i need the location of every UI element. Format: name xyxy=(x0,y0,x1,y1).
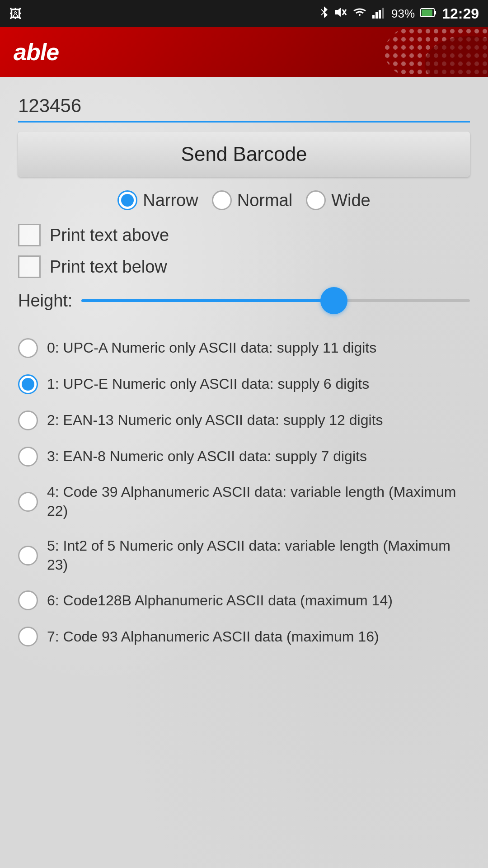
clock: 12:29 xyxy=(442,5,479,22)
radio-normal-circle xyxy=(212,190,232,210)
status-bar-right: 93% 12:29 xyxy=(319,5,479,22)
svg-rect-9 xyxy=(434,11,436,14)
radio-type-7-circle xyxy=(18,627,38,646)
checkbox-below-box xyxy=(18,255,41,278)
radio-type-2-circle xyxy=(18,410,38,430)
barcode-type-0-label: 0: UPC-A Numeric only ASCII data: supply… xyxy=(47,339,376,358)
send-barcode-button[interactable]: Send Barcode xyxy=(18,132,470,177)
height-row: Height: xyxy=(18,287,470,314)
app-logo: able xyxy=(14,38,59,66)
barcode-type-2-label: 2: EAN-13 Numeric only ASCII data: suppl… xyxy=(47,411,383,430)
radio-narrow-circle xyxy=(117,190,137,210)
barcode-type-item-2[interactable]: 2: EAN-13 Numeric only ASCII data: suppl… xyxy=(18,402,470,439)
barcode-type-7-label: 7: Code 93 Alphanumeric ASCII data (maxi… xyxy=(47,627,379,646)
status-bar: 🖼 xyxy=(0,0,488,27)
barcode-type-6-label: 6: Code128B Alphanumeric ASCII data (max… xyxy=(47,591,393,610)
barcode-type-4-label: 4: Code 39 Alphanumeric ASCII data: vari… xyxy=(47,483,470,520)
barcode-type-5-label: 5: Int2 of 5 Numeric only ASCII data: va… xyxy=(47,537,470,574)
barcode-type-item-0[interactable]: 0: UPC-A Numeric only ASCII data: supply… xyxy=(18,330,470,366)
radio-normal-label: Normal xyxy=(237,191,292,210)
radio-wide-label: Wide xyxy=(331,191,371,210)
radio-type-0-circle xyxy=(18,338,38,358)
radio-type-3-circle xyxy=(18,447,38,467)
barcode-type-item-1[interactable]: 1: UPC-E Numeric only ASCII data: supply… xyxy=(18,366,470,402)
main-content: 123456 Send Barcode Narrow Normal Wide P… xyxy=(0,77,488,668)
height-slider-thumb[interactable] xyxy=(320,287,347,314)
radio-narrow-label: Narrow xyxy=(143,191,198,210)
mute-icon xyxy=(334,6,347,22)
barcode-type-item-5[interactable]: 5: Int2 of 5 Numeric only ASCII data: va… xyxy=(18,528,470,582)
radio-wide-circle xyxy=(306,190,326,210)
bluetooth-icon xyxy=(319,5,329,22)
radio-option-wide[interactable]: Wide xyxy=(306,190,371,210)
svg-marker-0 xyxy=(335,8,341,17)
svg-rect-6 xyxy=(382,8,384,19)
radio-narrow-fill xyxy=(121,194,134,207)
barcode-input-container: 123456 xyxy=(18,90,470,123)
radio-type-1-circle xyxy=(18,374,38,394)
radio-type-1-fill xyxy=(22,378,34,391)
checkbox-above-box xyxy=(18,224,41,246)
checkbox-below-label: Print text below xyxy=(50,257,167,277)
photo-icon: 🖼 xyxy=(9,6,22,21)
width-options-group: Narrow Normal Wide xyxy=(18,190,470,210)
svg-rect-3 xyxy=(372,15,375,19)
height-label: Height: xyxy=(18,291,72,311)
barcode-input[interactable]: 123456 xyxy=(18,90,470,123)
barcode-type-item-6[interactable]: 6: Code128B Alphanumeric ASCII data (max… xyxy=(18,582,470,618)
svg-rect-5 xyxy=(379,10,381,19)
barcode-type-1-label: 1: UPC-E Numeric only ASCII data: supply… xyxy=(47,375,369,394)
radio-type-5-circle xyxy=(18,546,38,566)
status-bar-left: 🖼 xyxy=(9,6,22,21)
height-slider-track xyxy=(81,299,470,302)
radio-type-6-circle xyxy=(18,590,38,610)
radio-option-narrow[interactable]: Narrow xyxy=(117,190,198,210)
radio-option-normal[interactable]: Normal xyxy=(212,190,292,210)
barcode-type-item-7[interactable]: 7: Code 93 Alphanumeric ASCII data (maxi… xyxy=(18,618,470,655)
battery-icon xyxy=(420,6,436,21)
wifi-icon xyxy=(352,6,367,22)
barcode-type-item-3[interactable]: 3: EAN-8 Numeric only ASCII data: supply… xyxy=(18,439,470,475)
app-bar-decoration xyxy=(334,27,488,77)
checkbox-print-below[interactable]: Print text below xyxy=(18,255,470,278)
signal-icon xyxy=(372,6,386,22)
barcode-type-list: 0: UPC-A Numeric only ASCII data: supply… xyxy=(18,330,470,655)
checkbox-print-above[interactable]: Print text above xyxy=(18,224,470,246)
battery-percent: 93% xyxy=(391,7,415,21)
barcode-type-item-4[interactable]: 4: Code 39 Alphanumeric ASCII data: vari… xyxy=(18,475,470,528)
radio-type-4-circle xyxy=(18,492,38,512)
checkbox-above-label: Print text above xyxy=(50,226,169,245)
barcode-type-3-label: 3: EAN-8 Numeric only ASCII data: supply… xyxy=(47,447,367,466)
svg-rect-4 xyxy=(375,12,378,19)
height-slider-container[interactable] xyxy=(81,287,470,314)
svg-rect-8 xyxy=(422,9,432,16)
height-slider-fill xyxy=(81,299,334,302)
app-bar: able xyxy=(0,27,488,77)
